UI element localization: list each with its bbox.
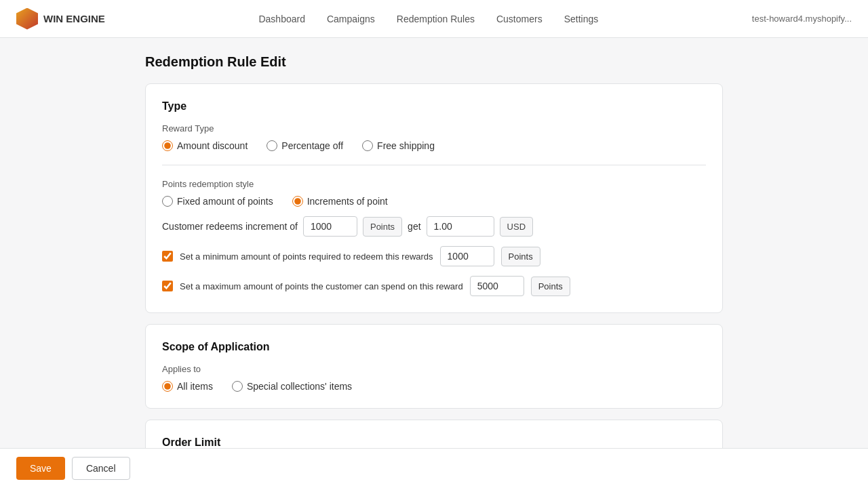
max-points-label: Set a maximum amount of points the custo… <box>180 281 463 291</box>
applies-to-group: All items Special collections' items <box>162 381 706 392</box>
cancel-button[interactable]: Cancel <box>72 457 130 480</box>
points-style-label: Points redemption style <box>162 179 706 189</box>
applies-all-items[interactable]: All items <box>162 381 213 392</box>
applies-to-label: Applies to <box>162 364 706 374</box>
increment-points-input[interactable] <box>303 216 357 237</box>
max-points-checkbox[interactable] <box>162 281 173 291</box>
amount-unit-label: USD <box>500 217 533 237</box>
nav-dashboard[interactable]: Dashboard <box>258 14 305 24</box>
bottom-bar: Save Cancel <box>0 448 868 488</box>
increment-prefix: Customer redeems increment of <box>162 221 298 232</box>
increment-row: Customer redeems increment of Points get… <box>162 216 706 296</box>
brand-logo: WIN ENGINE <box>16 8 105 30</box>
reward-radio-amount[interactable] <box>162 140 173 151</box>
reward-option-percentage[interactable]: Percentage off <box>267 140 343 151</box>
brand-icon <box>16 8 38 30</box>
get-label: get <box>408 221 420 232</box>
min-points-input[interactable] <box>440 246 494 266</box>
reward-type-label: Reward Type <box>162 123 706 134</box>
max-points-row: Set a maximum amount of points the custo… <box>162 276 706 296</box>
applies-special-collections[interactable]: Special collections' items <box>232 381 352 392</box>
min-points-row: Set a minimum amount of points required … <box>162 246 706 266</box>
min-points-label: Set a minimum amount of points required … <box>180 251 433 262</box>
main-nav: Dashboard Campaigns Redemption Rules Cus… <box>258 14 598 24</box>
max-points-unit: Points <box>531 277 570 296</box>
increment-amount-input[interactable] <box>427 216 494 237</box>
reward-option-amount[interactable]: Amount discount <box>162 140 248 151</box>
max-points-input[interactable] <box>470 276 524 296</box>
increment-form-row: Customer redeems increment of Points get… <box>162 216 706 237</box>
points-style-group: Fixed amount of points Increments of poi… <box>162 196 706 207</box>
reward-option-free-shipping[interactable]: Free shipping <box>362 140 435 151</box>
type-section: Type Reward Type Amount discount Percent… <box>145 83 723 313</box>
applies-radio-all[interactable] <box>162 381 173 392</box>
header: WIN ENGINE Dashboard Campaigns Redemptio… <box>0 0 868 38</box>
type-section-title: Type <box>162 100 706 113</box>
nav-campaigns[interactable]: Campaigns <box>327 14 375 24</box>
order-limit-title: Order Limit <box>162 436 706 449</box>
points-radio-increments[interactable] <box>292 196 303 207</box>
reward-type-group: Amount discount Percentage off Free ship… <box>162 140 706 151</box>
scope-section-title: Scope of Application <box>162 341 706 353</box>
points-option-fixed[interactable]: Fixed amount of points <box>162 196 273 207</box>
nav-customers[interactable]: Customers <box>496 14 542 24</box>
page-title: Redemption Rule Edit <box>145 54 723 70</box>
points-option-increments[interactable]: Increments of point <box>292 196 388 207</box>
reward-radio-free-shipping[interactable] <box>362 140 373 151</box>
nav-redemption-rules[interactable]: Redemption Rules <box>397 14 475 24</box>
save-button[interactable]: Save <box>16 457 65 480</box>
brand-name: WIN ENGINE <box>43 13 105 24</box>
points-radio-fixed[interactable] <box>162 196 173 207</box>
page-content: Redemption Rule Edit Type Reward Type Am… <box>129 38 739 488</box>
scope-section: Scope of Application Applies to All item… <box>145 324 723 409</box>
applies-radio-special[interactable] <box>232 381 243 392</box>
reward-radio-percentage[interactable] <box>267 140 277 151</box>
nav-settings[interactable]: Settings <box>564 14 599 24</box>
min-points-checkbox[interactable] <box>162 251 173 262</box>
store-url: test-howard4.myshopify... <box>752 14 852 24</box>
points-unit-label: Points <box>363 217 402 237</box>
min-points-unit: Points <box>501 247 540 266</box>
